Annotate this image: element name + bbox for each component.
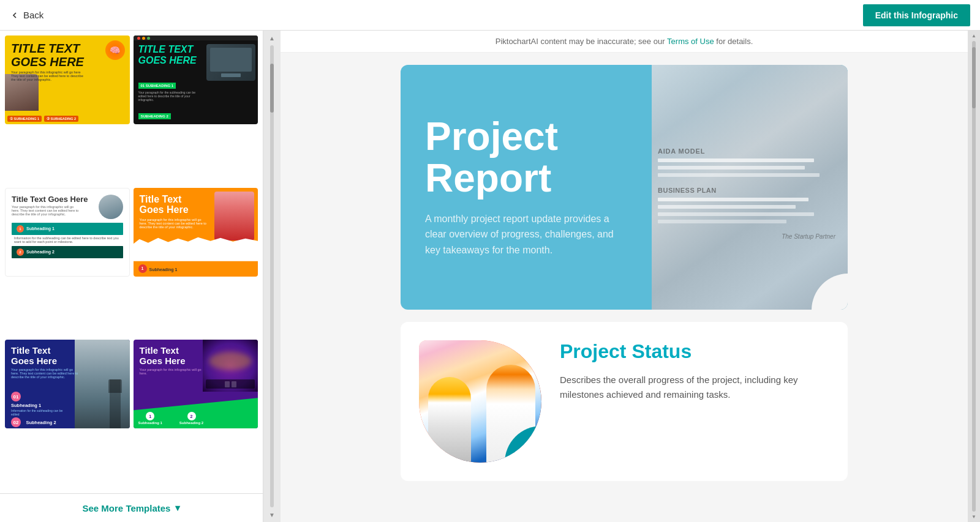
right-outer: PiktochartAI content may be inaccurate; …	[281, 31, 980, 522]
tmpl6-ctrl1: 1 Subheading 1	[138, 412, 162, 425]
chevron-down-icon: ▾	[175, 502, 180, 513]
tmpl1-sub2-badge: ② SUBHEADING 2	[44, 116, 78, 122]
template-card-2[interactable]: TITLE TEXT GOES HERE 01 SUBHEADING 1 You…	[134, 35, 258, 124]
book-page-1	[658, 158, 814, 162]
tmpl4-sub-label: Subheading 1	[149, 267, 178, 272]
scroll-thumb[interactable]	[270, 64, 274, 113]
book-page-6	[658, 212, 814, 216]
project-status-image	[419, 340, 541, 463]
book-page-5	[658, 205, 796, 209]
tmpl3-desc: Your paragraph for this infographic will…	[12, 205, 79, 216]
infographic-content: ProjectReport A monthly project report u…	[401, 65, 848, 481]
tmpl4-person-img	[214, 192, 254, 240]
tmpl2-topbar	[134, 35, 258, 40]
hero-left: ProjectReport A monthly project report u…	[401, 65, 652, 310]
book-page-2	[658, 166, 805, 170]
book-page-3	[658, 173, 820, 177]
book-label-startup: The Startup Partner	[658, 233, 842, 240]
tmpl3-circle-img	[99, 195, 123, 219]
main-layout: TITLE TEXTGOES HERE Your paragraph for t…	[0, 31, 980, 522]
tmpl4-desc: Your paragraph for this infographic will…	[140, 218, 207, 229]
hero-title: ProjectReport	[425, 116, 627, 198]
tmpl5-london-img	[75, 340, 130, 428]
right-scroll-thumb[interactable]	[972, 47, 976, 108]
back-icon	[10, 10, 20, 20]
tmpl5-num2: 02	[11, 417, 21, 427]
notice-text-before: PiktochartAI content may be inaccurate; …	[496, 37, 667, 46]
template-card-5[interactable]: Title TextGoes Here Your paragraph for t…	[5, 340, 130, 428]
tmpl4-torn-paper	[134, 237, 258, 261]
book-page-4	[658, 198, 809, 201]
book-label-biz: BUSINESS PLAN	[658, 187, 842, 194]
tmpl6-ctrl2: 2 Subheading 2	[179, 412, 203, 425]
tmpl5-num1: 01	[11, 392, 21, 401]
scroll-up-arrow[interactable]: ▲	[267, 33, 277, 43]
template-card-3[interactable]: Title Text Goes Here Your paragraph for …	[5, 188, 130, 277]
tmpl4-sub-num: 1	[138, 264, 147, 273]
tmpl1-sub1-badge: ① SUBHEADING 1	[7, 116, 42, 122]
right-panel: PiktochartAI content may be inaccurate; …	[281, 31, 968, 522]
edit-infographic-button[interactable]: Edit this Infographic	[863, 4, 970, 26]
tmpl6-desc: Your paragraph for this infographic will…	[140, 368, 207, 375]
tmpl3-title: Title Text Goes Here	[12, 195, 88, 204]
left-panel: TITLE TEXTGOES HERE Your paragraph for t…	[0, 31, 263, 522]
template-card-6[interactable]: Title TextGoes Here Your paragraph for t…	[134, 340, 258, 428]
templates-grid: TITLE TEXTGOES HERE Your paragraph for t…	[0, 31, 263, 493]
see-more-label: See More Templates	[83, 503, 171, 513]
hero-right: AIDA MODEL BUSINESS PLAN The Startup Par…	[652, 65, 848, 310]
scroll-track	[270, 45, 274, 507]
tmpl1-desc: Your paragraph for this infographic will…	[11, 70, 124, 81]
see-more-templates-button[interactable]: See More Templates ▾	[0, 493, 263, 522]
tmpl1-title: TITLE TEXTGOES HERE	[11, 42, 124, 69]
tmpl2-sub1-text: Your paragraph for the subheading can be…	[138, 91, 200, 102]
tmpl3-sub1: 1 Subheading 1	[12, 223, 123, 235]
tmpl2-laptop-img	[206, 44, 255, 81]
terms-of-use-link[interactable]: Terms of Use	[667, 37, 714, 46]
back-button[interactable]: Back	[10, 10, 43, 20]
tmpl2-title: TITLE TEXT GOES HERE	[138, 44, 200, 65]
tmpl5-title: Title TextGoes Here	[11, 346, 78, 366]
back-label: Back	[23, 10, 43, 20]
top-bar: Back Edit this Infographic	[0, 0, 980, 31]
hero-section: ProjectReport A monthly project report u…	[401, 65, 848, 310]
tmpl4-title: Title TextGoes Here	[140, 194, 207, 215]
tmpl2-sub2: SUBHEADING 2	[138, 113, 171, 119]
scroll-down-arrow[interactable]: ▼	[267, 510, 277, 520]
template-card-4[interactable]: Title TextGoes Here Your paragraph for t…	[134, 188, 258, 277]
right-scroll-down-arrow[interactable]: ▼	[971, 514, 976, 520]
hero-description: A monthly project report update provides…	[425, 211, 621, 258]
tmpl2-sub1: 01 SUBHEADING 1	[138, 83, 176, 89]
tmpl5-sub1: Subheading 1	[11, 403, 66, 408]
scroll-area: ▲ ▼	[263, 31, 281, 522]
book-page-7	[658, 220, 786, 223]
template-card-1[interactable]: TITLE TEXTGOES HERE Your paragraph for t…	[5, 35, 130, 124]
right-scroll-panel: ▲ ▼	[968, 31, 980, 522]
book-label-aida: AIDA MODEL	[658, 147, 842, 155]
project-status-section: Project Status Describes the overall pro…	[401, 322, 848, 481]
tmpl6-concert-img	[203, 340, 258, 392]
right-scroll-up-arrow[interactable]: ▲	[971, 33, 976, 39]
tmpl5-sub2: Subheading 2	[26, 420, 56, 425]
tmpl6-title: Title TextGoes Here	[140, 346, 207, 366]
project-status-description: Describes the overall progress of the pr…	[560, 373, 829, 402]
project-status-text: Project Status Describes the overall pro…	[560, 340, 829, 402]
notice-bar: PiktochartAI content may be inaccurate; …	[281, 31, 968, 53]
tmpl3-sub2: 2 Subheading 2	[12, 246, 123, 258]
tmpl5-desc: Your paragraph for this infographic will…	[11, 368, 78, 379]
notice-text-after: for details.	[714, 37, 753, 46]
tmpl3-sub1-text: Information for the subheading can be ed…	[12, 236, 123, 244]
right-scroll-track	[972, 41, 976, 512]
project-status-title: Project Status	[560, 340, 829, 363]
